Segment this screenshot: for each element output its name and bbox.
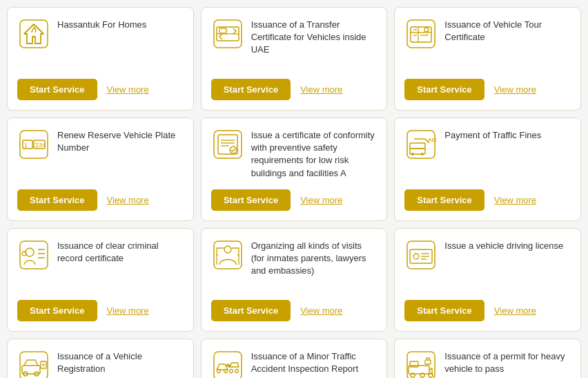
view-more-link-driving-license[interactable]: View more bbox=[494, 305, 536, 316]
card-actions-traffic-fines: Start Service View more bbox=[404, 189, 571, 211]
svg-text:AED: AED bbox=[428, 137, 436, 143]
svg-rect-22 bbox=[410, 143, 425, 149]
card-title-heavy-vehicle: Issuance of a permit for heavy vehicle t… bbox=[444, 349, 571, 375]
view-more-link-conformity-cert[interactable]: View more bbox=[300, 195, 342, 205]
card-title-traffic-accident: Issuance of a Minor Traffic Accident Ins… bbox=[251, 349, 378, 375]
card-icon-driving-license bbox=[404, 238, 438, 272]
start-service-button-reserve-plate[interactable]: Start Service bbox=[17, 189, 97, 211]
svg-point-51 bbox=[229, 370, 233, 373]
card-actions-vehicle-tour: Start Service View more bbox=[404, 79, 571, 100]
card-icon-traffic-accident bbox=[211, 349, 244, 378]
svg-point-52 bbox=[235, 370, 238, 373]
view-more-link-reserve-plate[interactable]: View more bbox=[107, 195, 149, 205]
card-title-visits: Organizing all kinds of visits (for inma… bbox=[251, 238, 378, 278]
svg-rect-45 bbox=[41, 361, 46, 368]
card-actions-transfer-cert: Start Service View more bbox=[211, 79, 378, 100]
card-top-reserve-plate: 1 234 Renew Reserve Vehicle Plate Number bbox=[17, 128, 184, 181]
card-top-driving-license: Issue a vehicle driving license bbox=[404, 238, 571, 292]
card-icon-transfer-vehicle bbox=[211, 17, 244, 50]
service-card-criminal-record: Issuance of clear criminal record certif… bbox=[7, 228, 194, 332]
card-icon-criminal-record bbox=[17, 238, 50, 272]
service-card-visits: Organizing all kinds of visits (for inma… bbox=[201, 228, 388, 332]
card-icon-traffic-fines: AED bbox=[404, 128, 438, 161]
service-card-driving-license: Issue a vehicle driving license Start Se… bbox=[394, 228, 581, 332]
service-grid: Hassantuk For Homes Start Service View m… bbox=[7, 7, 581, 378]
card-title-hassantuk: Hassantuk For Homes bbox=[57, 17, 146, 31]
service-card-vehicle-tour: Issuance of Vehicle Tour Certificate Sta… bbox=[394, 7, 581, 111]
card-actions-driving-license: Start Service View more bbox=[404, 300, 571, 321]
card-icon-heavy-vehicle bbox=[404, 349, 438, 378]
svg-rect-5 bbox=[407, 20, 435, 48]
view-more-link-traffic-fines[interactable]: View more bbox=[494, 195, 536, 205]
card-title-vehicle-registration: Issuance of a Vehicle Registration bbox=[57, 349, 184, 375]
svg-rect-16 bbox=[218, 135, 237, 154]
card-actions-criminal-record: Start Service View more bbox=[17, 300, 184, 321]
service-card-reserve-plate: 1 234 Renew Reserve Vehicle Plate Number… bbox=[7, 117, 194, 221]
service-card-heavy-vehicle: Issuance of a permit for heavy vehicle t… bbox=[394, 339, 581, 378]
card-actions-reserve-plate: Start Service View more bbox=[17, 189, 184, 211]
start-service-button-vehicle-tour[interactable]: Start Service bbox=[404, 79, 484, 100]
card-top-traffic-accident: Issuance of a Minor Traffic Accident Ins… bbox=[211, 349, 378, 378]
start-service-button-hassantuk[interactable]: Start Service bbox=[17, 79, 97, 100]
service-card-vehicle-registration: Issuance of a Vehicle Registration Start… bbox=[7, 339, 194, 378]
card-icon-vehicle-tour bbox=[404, 17, 438, 50]
svg-text:1: 1 bbox=[24, 142, 28, 149]
svg-rect-4 bbox=[219, 28, 226, 33]
card-title-traffic-fines: Payment of Traffic Fines bbox=[444, 128, 541, 142]
view-more-link-criminal-record[interactable]: View more bbox=[107, 305, 149, 316]
start-service-button-visits[interactable]: Start Service bbox=[211, 300, 291, 321]
card-top-transfer-cert: Issuance of a Transfer Certificate for V… bbox=[211, 17, 378, 70]
start-service-button-driving-license[interactable]: Start Service bbox=[404, 300, 484, 321]
svg-point-9 bbox=[424, 28, 429, 32]
view-more-link-hassantuk[interactable]: View more bbox=[107, 84, 149, 95]
card-actions-hassantuk: Start Service View more bbox=[17, 79, 184, 100]
service-card-hassantuk: Hassantuk For Homes Start Service View m… bbox=[7, 7, 194, 111]
card-top-vehicle-tour: Issuance of Vehicle Tour Certificate bbox=[404, 17, 571, 70]
card-title-vehicle-tour: Issuance of Vehicle Tour Certificate bbox=[444, 17, 571, 44]
card-top-heavy-vehicle: Issuance of a permit for heavy vehicle t… bbox=[404, 349, 571, 378]
view-more-link-vehicle-tour[interactable]: View more bbox=[494, 84, 536, 95]
card-title-criminal-record: Issuance of clear criminal record certif… bbox=[57, 238, 184, 265]
start-service-button-traffic-fines[interactable]: Start Service bbox=[404, 189, 484, 211]
start-service-button-criminal-record[interactable]: Start Service bbox=[17, 300, 97, 321]
card-top-criminal-record: Issuance of clear criminal record certif… bbox=[17, 238, 184, 292]
card-actions-conformity-cert: Start Service View more bbox=[211, 189, 378, 211]
svg-rect-59 bbox=[425, 360, 431, 364]
card-icon-plate-number: 1 234 bbox=[17, 128, 50, 161]
card-title-driving-license: Issue a vehicle driving license bbox=[444, 238, 563, 252]
view-more-link-visits[interactable]: View more bbox=[300, 305, 342, 316]
svg-point-25 bbox=[421, 153, 424, 155]
service-card-transfer-cert: Issuance of a Transfer Certificate for V… bbox=[201, 7, 388, 111]
service-card-traffic-accident: Issuance of a Minor Traffic Accident Ins… bbox=[201, 339, 388, 378]
card-top-conformity-cert: Issue a certificate of conformity with p… bbox=[211, 128, 378, 181]
card-top-vehicle-registration: Issuance of a Vehicle Registration bbox=[17, 349, 184, 378]
svg-rect-55 bbox=[410, 361, 418, 367]
service-card-traffic-fines: AED Payment of Traffic Fines Start Servi… bbox=[394, 117, 581, 221]
svg-point-28 bbox=[26, 248, 34, 256]
start-service-button-conformity-cert[interactable]: Start Service bbox=[211, 189, 291, 211]
start-service-button-transfer-cert[interactable]: Start Service bbox=[211, 79, 291, 100]
service-card-conformity-cert: Issue a certificate of conformity with p… bbox=[201, 117, 388, 221]
card-icon-visits bbox=[211, 238, 244, 272]
view-more-link-transfer-cert[interactable]: View more bbox=[300, 84, 342, 95]
card-icon-home-fire bbox=[17, 17, 50, 50]
svg-point-34 bbox=[224, 246, 231, 253]
svg-point-37 bbox=[413, 254, 419, 259]
svg-rect-35 bbox=[407, 241, 435, 269]
card-title-conformity-cert: Issue a certificate of conformity with p… bbox=[251, 128, 378, 180]
card-title-transfer-cert: Issuance of a Transfer Certificate for V… bbox=[251, 17, 378, 57]
card-title-reserve-plate: Renew Reserve Vehicle Plate Number bbox=[57, 128, 184, 154]
card-actions-visits: Start Service View more bbox=[211, 300, 378, 321]
svg-text:234: 234 bbox=[35, 142, 46, 149]
card-icon-vehicle-registration bbox=[17, 349, 50, 378]
card-icon-certificate bbox=[211, 128, 244, 161]
card-top-hassantuk: Hassantuk For Homes bbox=[17, 17, 184, 70]
card-top-visits: Organizing all kinds of visits (for inma… bbox=[211, 238, 378, 292]
svg-rect-42 bbox=[22, 366, 40, 374]
svg-point-24 bbox=[411, 153, 414, 155]
card-top-traffic-fines: AED Payment of Traffic Fines bbox=[404, 128, 571, 181]
